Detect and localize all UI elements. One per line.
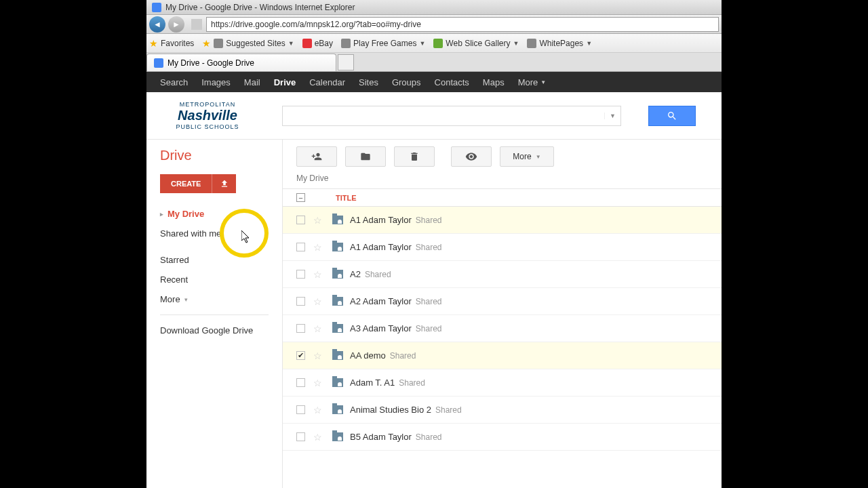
- file-name: A1 Adam Taylor: [350, 215, 412, 225]
- file-name: B5 Adam Taylor: [350, 432, 412, 442]
- shared-label: Shared: [399, 378, 425, 388]
- gnav-mail[interactable]: Mail: [244, 77, 260, 87]
- drive-heading: Drive: [146, 148, 282, 174]
- chevron-down-icon: ▼: [536, 154, 541, 160]
- row-checkbox[interactable]: [296, 405, 305, 414]
- search-icon: [667, 110, 677, 121]
- preview-button[interactable]: [451, 146, 492, 167]
- sidebar-item-recent[interactable]: Recent: [146, 270, 282, 289]
- shared-label: Shared: [390, 351, 416, 361]
- chevron-down-icon: ▼: [586, 40, 592, 47]
- sidebar-item-my-drive[interactable]: ▸ My Drive: [146, 204, 282, 224]
- shared-label: Shared: [435, 405, 462, 415]
- app-header: METROPOLITAN Nashville PUBLIC SCHOOLS ▼: [146, 92, 722, 140]
- file-row[interactable]: ☆Animal Studies Bio 2Shared: [283, 396, 722, 424]
- eye-icon: [465, 150, 477, 163]
- gnav-groups[interactable]: Groups: [392, 77, 421, 87]
- star-icon[interactable]: ☆: [313, 296, 323, 307]
- divider: [160, 314, 269, 315]
- site-icon: [527, 39, 536, 48]
- file-row[interactable]: ☆A1 Adam TaylorShared: [283, 234, 722, 261]
- move-to-button[interactable]: [345, 146, 386, 167]
- shared-folder-icon: [332, 351, 343, 360]
- fav-play-free-games[interactable]: Play Free Games ▼: [341, 39, 425, 48]
- star-icon[interactable]: ☆: [313, 378, 323, 388]
- shared-folder-icon: [332, 378, 343, 387]
- delete-button[interactable]: [394, 146, 435, 167]
- file-row[interactable]: ☆Adam T. A1Shared: [283, 369, 722, 396]
- star-icon[interactable]: ☆: [313, 215, 323, 226]
- shared-folder-icon: [332, 216, 343, 224]
- row-checkbox[interactable]: [296, 216, 305, 224]
- star-icon[interactable]: ☆: [313, 269, 323, 280]
- search-button[interactable]: [648, 106, 696, 126]
- select-all-checkbox[interactable]: −: [296, 193, 305, 202]
- column-title[interactable]: TITLE: [336, 194, 357, 202]
- fav-whitepages[interactable]: WhitePages ▼: [527, 39, 592, 48]
- file-name: Adam T. A1: [350, 378, 395, 388]
- forward-button[interactable]: ►: [168, 16, 184, 33]
- google-nav: Search Images Mail Drive Calendar Sites …: [146, 72, 722, 92]
- address-bar: ◄ ► https://drive.google.com/a/mnpsk12.o…: [146, 15, 722, 34]
- row-checkbox[interactable]: [296, 270, 305, 279]
- gnav-search[interactable]: Search: [160, 77, 188, 87]
- shared-label: Shared: [416, 432, 442, 442]
- gnav-calendar[interactable]: Calendar: [309, 77, 345, 87]
- row-checkbox[interactable]: [296, 378, 305, 387]
- tab-bar: My Drive - Google Drive: [146, 53, 722, 72]
- favorites-bar: ★ Favorites ★ Suggested Sites ▼ eBay Pla…: [146, 34, 722, 53]
- tab-my-drive[interactable]: My Drive - Google Drive: [146, 54, 336, 71]
- drive-icon: [152, 3, 161, 12]
- star-icon[interactable]: ☆: [313, 405, 323, 415]
- star-icon[interactable]: ☆: [313, 242, 323, 253]
- share-button[interactable]: [296, 146, 337, 167]
- file-row[interactable]: ☆A3 Adam TaylorShared: [283, 315, 722, 342]
- file-row[interactable]: ☆AA demoShared: [283, 342, 722, 369]
- window-titlebar: My Drive - Google Drive - Windows Intern…: [146, 0, 722, 15]
- sidebar-item-more[interactable]: More ▾: [146, 289, 282, 309]
- create-button[interactable]: CREATE: [160, 174, 212, 193]
- star-icon[interactable]: ☆: [313, 350, 323, 361]
- url-field[interactable]: https://drive.google.com/a/mnpsk12.org/?…: [206, 17, 719, 32]
- row-checkbox[interactable]: [296, 297, 305, 306]
- search-dropdown[interactable]: ▼: [604, 113, 620, 119]
- file-row[interactable]: ☆A2 Adam TaylorShared: [283, 288, 722, 315]
- gnav-more[interactable]: More ▼: [518, 77, 547, 87]
- file-row[interactable]: ☆A1 Adam TaylorShared: [283, 207, 722, 234]
- fav-suggested-sites[interactable]: ★ Suggested Sites ▼: [202, 38, 294, 49]
- fav-web-slice[interactable]: Web Slice Gallery ▼: [433, 39, 519, 48]
- new-tab-button[interactable]: [338, 54, 354, 70]
- sidebar: Drive CREATE ▸ My Drive Shared with me S…: [146, 140, 282, 488]
- gnav-images[interactable]: Images: [201, 77, 231, 87]
- row-checkbox[interactable]: [296, 351, 305, 360]
- shared-folder-icon: [332, 243, 343, 251]
- gnav-contacts[interactable]: Contacts: [435, 77, 469, 87]
- fav-ebay[interactable]: eBay: [302, 39, 333, 48]
- toolbar-more-button[interactable]: More ▼: [500, 146, 554, 167]
- file-name: AA demo: [350, 350, 386, 361]
- sidebar-download-drive[interactable]: Download Google Drive: [146, 321, 282, 340]
- shared-folder-icon: [332, 324, 343, 333]
- row-checkbox[interactable]: [296, 432, 305, 441]
- breadcrumb: My Drive: [283, 174, 722, 188]
- caret-right-icon: ▸: [160, 211, 163, 218]
- favorites-button[interactable]: ★ Favorites: [149, 38, 194, 49]
- star-icon[interactable]: ☆: [313, 323, 323, 334]
- sidebar-item-starred[interactable]: Starred: [146, 250, 282, 270]
- gnav-drive[interactable]: Drive: [274, 77, 296, 87]
- search-input[interactable]: ▼: [282, 106, 621, 126]
- star-icon[interactable]: ☆: [313, 432, 323, 443]
- row-checkbox[interactable]: [296, 324, 305, 333]
- file-row[interactable]: ☆A2Shared: [283, 261, 722, 288]
- shared-folder-icon: [332, 405, 343, 414]
- gnav-sites[interactable]: Sites: [359, 77, 378, 87]
- row-checkbox[interactable]: [296, 243, 305, 251]
- gnav-maps[interactable]: Maps: [483, 77, 505, 87]
- file-row[interactable]: ☆B5 Adam TaylorShared: [283, 424, 722, 451]
- sidebar-item-shared-with-me[interactable]: Shared with me: [146, 224, 282, 243]
- cursor-icon: [241, 230, 252, 247]
- shared-folder-icon: [332, 270, 343, 279]
- shared-label: Shared: [416, 324, 442, 333]
- back-button[interactable]: ◄: [149, 16, 165, 33]
- upload-button[interactable]: [212, 174, 236, 193]
